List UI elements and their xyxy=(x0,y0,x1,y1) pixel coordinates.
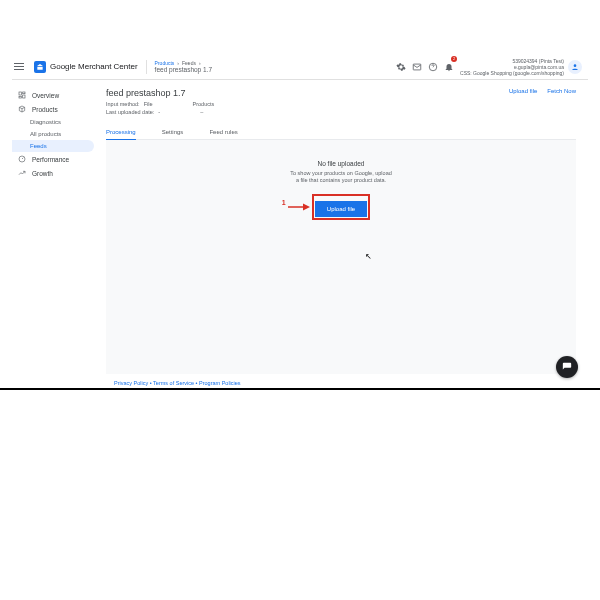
callout-number: 1 xyxy=(282,199,286,206)
svg-rect-5 xyxy=(23,95,25,98)
products-icon xyxy=(18,105,26,113)
avatar[interactable] xyxy=(568,60,582,74)
sidebar-label: Overview xyxy=(32,92,59,99)
sidebar-label: Products xyxy=(32,106,58,113)
callout-highlight: Upload file xyxy=(312,194,370,220)
svg-rect-6 xyxy=(19,96,21,98)
meta-input-value: File xyxy=(144,101,153,107)
sidebar-item-diagnostics[interactable]: Diagnostics xyxy=(12,116,98,128)
performance-icon xyxy=(18,155,26,163)
breadcrumb: Products › Feeds › feed prestashop 1.7 xyxy=(155,60,212,73)
sidebar: Overview Products Diagnostics All produc… xyxy=(12,80,98,386)
sidebar-label: Performance xyxy=(32,156,69,163)
sidebar-label: Growth xyxy=(32,170,53,177)
callout-arrow-icon xyxy=(288,198,310,216)
sidebar-item-overview[interactable]: Overview xyxy=(12,88,98,102)
tools-icon[interactable] xyxy=(396,62,406,72)
page-title: feed prestashop 1.7 xyxy=(106,88,509,98)
meta-last-value2: – xyxy=(200,109,203,115)
tab-settings[interactable]: Settings xyxy=(162,125,184,139)
action-fetch-now[interactable]: Fetch Now xyxy=(547,88,576,94)
account-css: CSS: Google Shopping (google.com/shoppin… xyxy=(460,70,564,76)
merchant-center-logo xyxy=(34,61,46,73)
tab-processing[interactable]: Processing xyxy=(106,125,136,140)
tab-feed-rules[interactable]: Feed rules xyxy=(209,125,237,139)
feedback-fab[interactable] xyxy=(556,356,578,378)
upload-file-button[interactable]: Upload file xyxy=(315,201,367,217)
sidebar-item-feeds[interactable]: Feeds xyxy=(12,140,94,152)
sidebar-item-performance[interactable]: Performance xyxy=(12,152,98,166)
meta-last-label: Last uploaded date: xyxy=(106,109,154,115)
cursor-icon: ↖ xyxy=(365,252,372,261)
sidebar-item-products[interactable]: Products xyxy=(12,102,98,116)
notification-badge: 2 xyxy=(451,56,457,62)
empty-state-title: No file uploaded xyxy=(318,160,365,167)
svg-point-2 xyxy=(574,64,577,67)
crumb-current: feed prestashop 1.7 xyxy=(155,66,212,73)
app-name: Google Merchant Center xyxy=(50,62,138,71)
footer-links[interactable]: Privacy Policy • Terms of Service • Prog… xyxy=(106,374,576,386)
tabs: Processing Settings Feed rules xyxy=(106,125,576,140)
meta-last-value: - xyxy=(158,109,160,115)
svg-rect-3 xyxy=(19,92,21,95)
main-content: feed prestashop 1.7 Input method:File Pr… xyxy=(98,80,588,386)
meta-input-label: Input method: xyxy=(106,101,140,107)
sidebar-item-growth[interactable]: Growth xyxy=(12,166,98,180)
help-icon[interactable] xyxy=(428,62,438,72)
svg-marker-9 xyxy=(303,204,310,211)
header-actions: 2 xyxy=(396,58,454,76)
svg-rect-4 xyxy=(23,92,25,94)
header-bar: Google Merchant Center Products › Feeds … xyxy=(12,54,588,80)
account-block[interactable]: 539024394 (Pinta Test) e.gupla@pinta.com… xyxy=(460,58,582,76)
hamburger-icon[interactable] xyxy=(14,60,28,74)
growth-icon xyxy=(18,169,26,177)
mail-icon[interactable] xyxy=(412,62,422,72)
notifications-icon[interactable]: 2 xyxy=(444,58,454,76)
sidebar-item-all-products[interactable]: All products xyxy=(12,128,98,140)
meta-products-label: Products xyxy=(193,101,215,107)
empty-state-subtitle: To show your products on Google, uploada… xyxy=(290,170,392,184)
content-area: No file uploaded To show your products o… xyxy=(106,140,576,374)
action-upload-file[interactable]: Upload file xyxy=(509,88,537,94)
overview-icon xyxy=(18,91,26,99)
